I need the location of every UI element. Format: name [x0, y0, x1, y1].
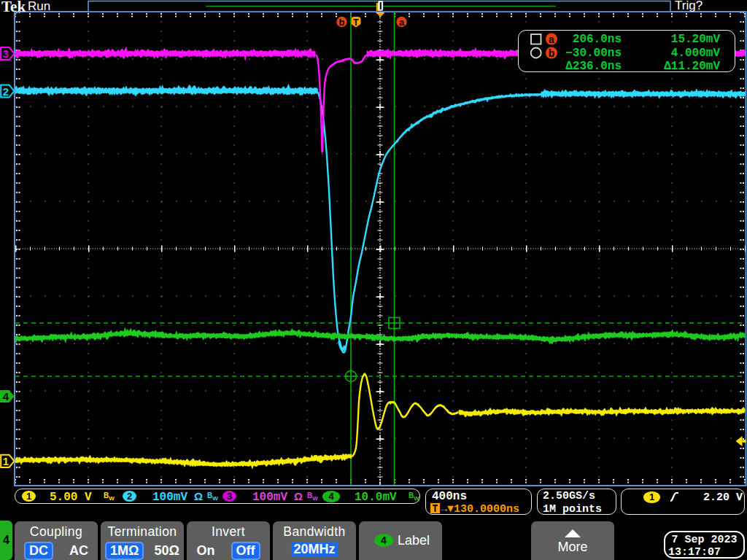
svg-text:4: 4 — [3, 390, 9, 402]
svg-text:3: 3 — [3, 47, 9, 60]
svg-text:2: 2 — [3, 85, 9, 98]
svg-text:b: b — [339, 17, 345, 28]
svg-text:b: b — [549, 47, 555, 59]
svg-text:1: 1 — [3, 455, 9, 467]
svg-text:T: T — [353, 18, 359, 28]
svg-text:a: a — [549, 34, 554, 45]
svg-text:a: a — [399, 17, 405, 28]
